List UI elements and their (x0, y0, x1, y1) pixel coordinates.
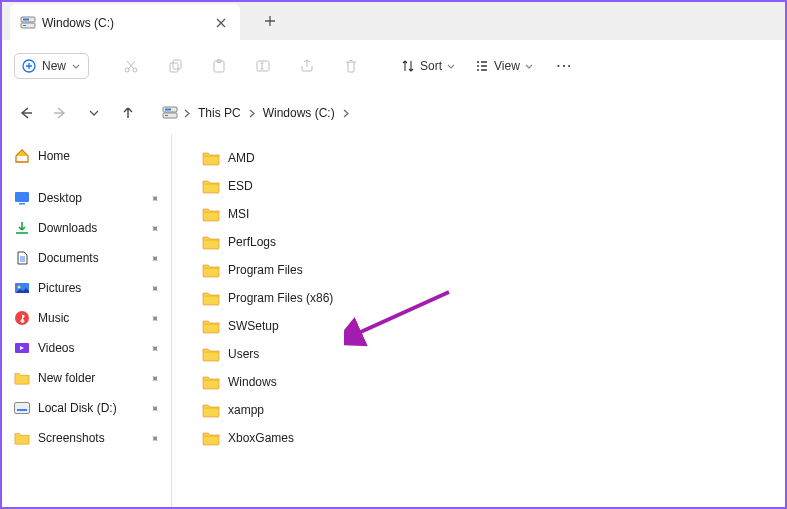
folder-icon (202, 318, 220, 334)
sidebar-item-downloads[interactable]: Downloads ✦ (8, 214, 165, 242)
back-button[interactable] (16, 103, 36, 123)
music-icon (14, 310, 30, 326)
command-toolbar: New Sort View ··· (2, 40, 785, 92)
sidebar-label: Documents (38, 251, 99, 265)
more-button[interactable]: ··· (545, 59, 585, 73)
chevron-right-icon[interactable] (184, 109, 190, 118)
sidebar-label: Pictures (38, 281, 81, 295)
folder-item[interactable]: AMD (200, 144, 757, 172)
tab-title: Windows (C:) (42, 16, 206, 30)
folder-icon (14, 370, 30, 386)
sidebar-item-newfolder[interactable]: New folder ✦ (8, 364, 165, 392)
folder-icon (202, 234, 220, 250)
pin-icon: ✦ (147, 400, 163, 416)
svg-rect-7 (170, 63, 178, 72)
cut-button[interactable] (111, 49, 151, 83)
folder-name: MSI (228, 207, 249, 221)
recent-button[interactable] (84, 103, 104, 123)
folder-item[interactable]: Program Files (x86) (200, 284, 757, 312)
desktop-icon (14, 190, 30, 206)
svg-point-5 (125, 68, 129, 72)
chevron-down-icon (525, 64, 533, 69)
svg-rect-1 (23, 25, 26, 26)
folder-name: Windows (228, 375, 277, 389)
up-button[interactable] (118, 103, 138, 123)
sidebar-item-screenshots[interactable]: Screenshots ✦ (8, 424, 165, 452)
sidebar-home[interactable]: Home (8, 142, 165, 170)
sidebar-label: Music (38, 311, 69, 325)
address-bar[interactable]: This PC Windows (C:) (162, 104, 349, 122)
folder-item[interactable]: Program Files (200, 256, 757, 284)
folder-item[interactable]: Windows (200, 368, 757, 396)
rename-button[interactable] (243, 49, 283, 83)
close-tab-button[interactable] (212, 14, 230, 32)
svg-point-6 (133, 68, 137, 72)
folder-name: XboxGames (228, 431, 294, 445)
sidebar: Home Desktop ✦ Downloads ✦ Documents ✦ P… (2, 134, 172, 507)
chevron-right-icon[interactable] (343, 109, 349, 118)
view-icon (475, 59, 489, 73)
folder-item[interactable]: SWSetup (200, 312, 757, 340)
sidebar-label: Local Disk (D:) (38, 401, 117, 415)
pin-icon: ✦ (147, 370, 163, 386)
new-button[interactable]: New (14, 53, 89, 79)
folder-item[interactable]: PerfLogs (200, 228, 757, 256)
breadcrumb-item[interactable]: This PC (196, 104, 243, 122)
chevron-right-icon[interactable] (249, 109, 255, 118)
folder-name: ESD (228, 179, 253, 193)
chevron-down-icon (72, 64, 80, 69)
documents-icon (14, 250, 30, 266)
sidebar-item-videos[interactable]: Videos ✦ (8, 334, 165, 362)
new-tab-button[interactable] (254, 5, 286, 37)
chevron-down-icon (447, 64, 455, 69)
folder-item[interactable]: XboxGames (200, 424, 757, 452)
folder-icon (14, 430, 30, 446)
folder-name: xampp (228, 403, 264, 417)
folder-item[interactable]: xampp (200, 396, 757, 424)
pin-icon: ✦ (147, 310, 163, 326)
pin-icon: ✦ (147, 280, 163, 296)
delete-button[interactable] (331, 49, 371, 83)
sidebar-item-music[interactable]: Music ✦ (8, 304, 165, 332)
folder-icon (202, 402, 220, 418)
pictures-icon (14, 280, 30, 296)
view-label: View (494, 59, 520, 73)
sort-label: Sort (420, 59, 442, 73)
nav-bar: This PC Windows (C:) (2, 92, 785, 134)
paste-button[interactable] (199, 49, 239, 83)
folder-name: AMD (228, 151, 255, 165)
folder-item[interactable]: ESD (200, 172, 757, 200)
share-button[interactable] (287, 49, 327, 83)
home-icon (14, 148, 30, 164)
active-tab[interactable]: Windows (C:) (10, 4, 240, 42)
pin-icon: ✦ (147, 220, 163, 236)
folder-icon (202, 150, 220, 166)
sidebar-label: Screenshots (38, 431, 105, 445)
copy-button[interactable] (155, 49, 195, 83)
svg-rect-17 (19, 203, 25, 205)
svg-point-19 (18, 286, 21, 289)
sidebar-item-pictures[interactable]: Pictures ✦ (8, 274, 165, 302)
view-button[interactable]: View (467, 54, 541, 78)
folder-item[interactable]: MSI (200, 200, 757, 228)
sidebar-label: Videos (38, 341, 74, 355)
svg-rect-13 (165, 115, 168, 116)
folder-icon (202, 430, 220, 446)
pin-icon: ✦ (147, 250, 163, 266)
svg-rect-8 (173, 60, 181, 69)
folder-item[interactable]: Users (200, 340, 757, 368)
sidebar-item-documents[interactable]: Documents ✦ (8, 244, 165, 272)
sidebar-item-desktop[interactable]: Desktop ✦ (8, 184, 165, 212)
folder-name: PerfLogs (228, 235, 276, 249)
svg-rect-16 (15, 192, 29, 202)
sidebar-item-localdisk[interactable]: Local Disk (D:) ✦ (8, 394, 165, 422)
pin-icon: ✦ (147, 430, 163, 446)
folder-name: Users (228, 347, 259, 361)
downloads-icon (14, 220, 30, 236)
breadcrumb-item[interactable]: Windows (C:) (261, 104, 337, 122)
sort-icon (401, 59, 415, 73)
forward-button[interactable] (50, 103, 70, 123)
folder-icon (202, 290, 220, 306)
sort-button[interactable]: Sort (393, 54, 463, 78)
folder-icon (202, 262, 220, 278)
